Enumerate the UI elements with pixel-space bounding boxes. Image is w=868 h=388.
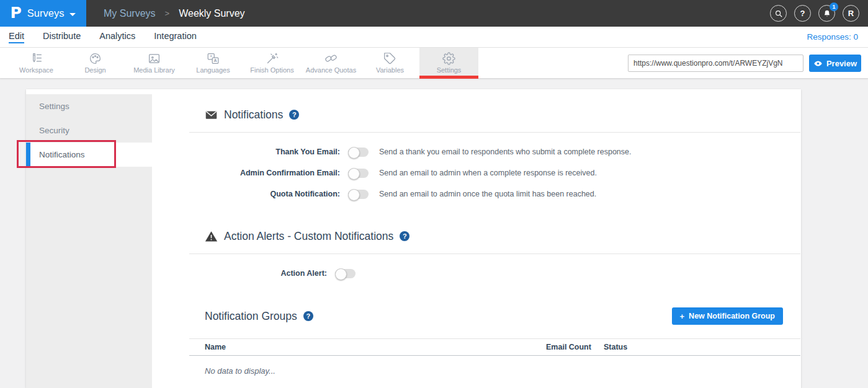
magic-wand-icon <box>266 52 279 65</box>
notification-groups-help-icon[interactable]: ? <box>303 311 313 321</box>
breadcrumb-separator: > <box>165 9 170 18</box>
quota-notification-row: Quota Notification: Send an email to adm… <box>189 183 800 205</box>
avatar-initial: R <box>848 9 854 18</box>
toolbar-tab-media-library[interactable]: Media Library <box>125 48 184 78</box>
envelope-icon <box>205 108 218 121</box>
toolbar-tab-languages[interactable]: *A Languages <box>184 48 243 78</box>
help-button[interactable]: ? <box>794 5 811 22</box>
search-button[interactable] <box>770 5 787 22</box>
action-alerts-help-icon[interactable]: ? <box>400 231 409 241</box>
thank-you-email-row: Thank You Email: Send a thank you email … <box>189 141 800 162</box>
admin-confirmation-email-row: Admin Confirmation Email: Send an email … <box>189 162 800 183</box>
column-header-status: Status <box>604 343 800 351</box>
action-alerts-section-header: Action Alerts - Custom Notifications ? <box>189 227 800 245</box>
gear-icon <box>442 52 455 65</box>
admin-confirmation-email-toggle[interactable] <box>348 169 369 178</box>
notifications-title: Notifications <box>224 108 283 121</box>
eye-icon <box>813 59 823 68</box>
breadcrumb-my-surveys[interactable]: My Surveys <box>104 8 156 19</box>
notification-toggle-rows: Thank You Email: Send a thank you email … <box>189 141 800 205</box>
breadcrumb-current-survey: Weekly Survey <box>179 8 244 19</box>
svg-text:A: A <box>213 58 217 63</box>
action-alert-row: Action Alert: <box>189 263 800 284</box>
column-header-email-count: Email Count <box>546 343 604 351</box>
toolbar-tab-design[interactable]: Design <box>66 48 125 78</box>
survey-nav-bar: Edit Distribute Analytics Integration Re… <box>0 27 868 48</box>
warning-triangle-icon <box>205 230 218 243</box>
toolbar-tab-settings[interactable]: Settings <box>419 48 478 78</box>
user-avatar[interactable]: R <box>843 5 859 22</box>
notifications-help-icon[interactable]: ? <box>289 110 299 120</box>
sidebar-item-security[interactable]: Security <box>26 118 152 143</box>
responses-count[interactable]: Responses: 0 <box>807 32 858 42</box>
quota-notification-toggle[interactable] <box>348 190 369 199</box>
chain-link-icon <box>324 52 338 65</box>
settings-panel: Settings Security Notifications Notifica… <box>26 89 801 388</box>
notification-groups-table: Name Email Count Status No data to displ… <box>189 338 800 376</box>
topbar-actions: ? 1 R <box>770 5 859 22</box>
toolbar-tab-finish-options[interactable]: Finish Options <box>243 48 302 78</box>
settings-side-nav: Settings Security Notifications <box>26 94 152 388</box>
top-header-bar: P Surveys My Surveys > Weekly Survey ? 1… <box>0 0 868 27</box>
plus-icon: + <box>680 312 685 321</box>
search-icon <box>774 9 783 18</box>
workspace-icon <box>30 52 43 65</box>
tag-icon <box>383 52 396 65</box>
action-alert-toggle-rows: Action Alert: <box>189 263 800 284</box>
bell-icon <box>823 9 831 18</box>
toolbar-tab-workspace[interactable]: Workspace <box>7 48 66 78</box>
breadcrumb: My Surveys > Weekly Survey <box>104 8 245 19</box>
palette-icon <box>89 52 102 65</box>
notifications-section-header: Notifications ? <box>189 105 800 124</box>
survey-url-input[interactable] <box>628 55 803 72</box>
questionpro-logo: P <box>11 5 22 20</box>
question-mark-icon: ? <box>800 9 805 18</box>
toolbar-tab-advance-quotas[interactable]: Advance Quotas <box>302 48 360 78</box>
svg-text:*: * <box>210 54 212 60</box>
product-name: Surveys <box>27 7 65 19</box>
notification-badge: 1 <box>830 2 838 11</box>
chevron-down-icon <box>69 13 76 16</box>
section-divider <box>189 254 800 254</box>
edit-toolbar: Workspace Design Media Library *A Langua… <box>0 48 868 79</box>
action-alert-toggle[interactable] <box>335 269 356 278</box>
table-empty-message: No data to display... <box>189 356 800 376</box>
action-alerts-title: Action Alerts - Custom Notifications <box>224 230 393 243</box>
surveys-product-menu[interactable]: P Surveys <box>0 0 86 27</box>
tab-analytics[interactable]: Analytics <box>99 31 135 43</box>
notification-groups-title: Notification Groups <box>205 310 297 323</box>
new-notification-group-button[interactable]: + New Notification Group <box>672 307 783 325</box>
toolbar-tab-variables[interactable]: Variables <box>360 48 419 78</box>
notification-groups-section-header: Notification Groups ? + New Notification… <box>189 307 800 325</box>
column-header-name: Name <box>189 343 546 351</box>
section-divider <box>189 132 800 133</box>
tab-integration[interactable]: Integration <box>154 31 197 43</box>
tab-edit[interactable]: Edit <box>9 31 24 43</box>
sidebar-item-notifications[interactable]: Notifications <box>26 143 152 167</box>
thank-you-email-toggle[interactable] <box>348 148 369 157</box>
table-header-row: Name Email Count Status <box>189 338 800 356</box>
sidebar-item-settings[interactable]: Settings <box>26 94 152 118</box>
notifications-button[interactable]: 1 <box>818 5 835 22</box>
tab-distribute[interactable]: Distribute <box>43 31 81 43</box>
translate-icon: *A <box>207 52 220 65</box>
image-icon <box>148 52 161 65</box>
notifications-content: Notifications ? Thank You Email: Send a … <box>152 89 801 388</box>
preview-button[interactable]: Preview <box>809 55 861 72</box>
